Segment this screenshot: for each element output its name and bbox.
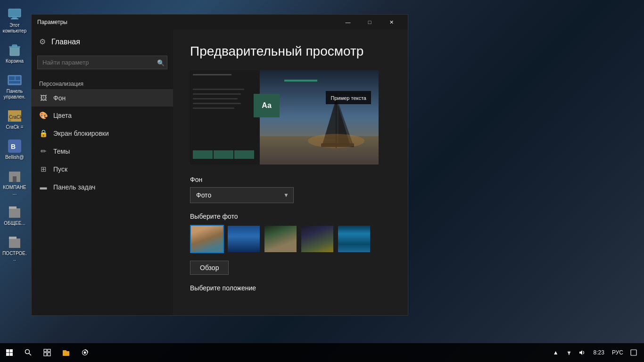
settings-taskbar-button[interactable] [75,343,94,362]
sidebar: ⚙ Главная 🔍 Персонализация 🖼 Фон 🎨 Цвета [32,30,173,315]
explorer-icon [62,349,70,356]
preview-line-2 [193,89,244,90]
sidebar-item-start-label: Пуск [53,165,67,173]
svg-rect-39 [63,350,66,352]
svg-rect-44 [631,350,636,355]
vk-icon: B [7,139,22,154]
svg-rect-18 [9,206,17,209]
sidebar-item-lock-screen[interactable]: 🔒 Экран блокировки [32,124,173,142]
start-button[interactable] [0,343,19,362]
svg-rect-35 [48,349,50,352]
thumb-img-3 [264,226,297,252]
svg-rect-31 [10,353,13,356]
desktop-icon-shared[interactable]: ОБЩЕЕ... [0,203,29,228]
preview-line-6 [193,107,234,109]
sidebar-item-themes-label: Темы [53,148,70,155]
settings-window: Параметры — □ ✕ ⚙ Главная 🔍 Персонализац… [31,14,408,316]
volume-icon[interactable] [577,343,588,362]
sidebar-item-start[interactable]: ⊞ Пуск [32,160,173,178]
svg-rect-7 [9,76,15,80]
desktop-icon-build[interactable]: ПОСТРОЕ... [0,233,29,264]
search-taskbar-button[interactable] [19,343,38,362]
page-title: Предварительный просмотр [190,44,391,59]
maximize-button[interactable]: □ [359,15,380,30]
svg-rect-28 [6,349,9,353]
sidebar-item-background-label: Фон [53,94,66,102]
taskbar-search-icon [25,349,32,356]
taskbar-icon: ▬ [39,183,48,191]
svg-rect-0 [8,9,21,17]
task-view-button[interactable] [38,343,57,362]
company-label: КОМПАНЕ... [2,185,27,196]
control-panel-icon [7,73,22,88]
sidebar-home[interactable]: ⚙ Главная [32,33,173,54]
desktop-icon-recycle[interactable]: Корзина [0,41,29,66]
desktop-icon-crack[interactable]: CraCk = CraCk = [0,107,29,132]
task-view-icon [43,349,51,356]
notification-button[interactable] [627,343,640,362]
thumb-img-1 [191,226,223,252]
desktop-icon-control-panel[interactable]: Панельуправлен. [0,71,29,102]
background-icon: 🖼 [39,94,48,102]
desktop-icon-company[interactable]: КОМПАНЕ... [0,167,29,198]
taskbar-language[interactable]: РУС [610,349,625,356]
sidebar-item-themes[interactable]: ✏ Темы [32,142,173,160]
taskbar-clock[interactable]: 8:23 [590,349,608,356]
taskbar: ▲ 8:23 РУС [0,343,644,362]
svg-line-33 [29,354,32,356]
network-wifi-icon [566,349,572,356]
sidebar-item-colors[interactable]: 🎨 Цвета [32,107,173,124]
minimize-button[interactable]: — [337,15,359,30]
svg-rect-30 [6,353,9,356]
browse-button[interactable]: Обзор [190,261,229,275]
window-controls: — □ ✕ [337,15,402,30]
photo-thumb-2[interactable] [227,225,261,253]
preview-line-1 [193,74,231,75]
photo-thumb-4[interactable] [300,225,334,253]
window-title: Параметры [37,19,67,25]
window-body: ⚙ Главная 🔍 Персонализация 🖼 Фон 🎨 Цвета [32,30,408,315]
systray-arrow[interactable]: ▲ [550,343,561,362]
svg-rect-5 [12,45,17,47]
background-select[interactable]: Фото Сплошной цвет Слайд-шоу [190,187,294,203]
start-icon: ⊞ [39,165,48,173]
vk-label: Bellish@ [5,155,24,160]
desktop-icon-computer[interactable]: Этоткомпьютер [0,5,29,36]
crack-label: CraCk = [6,124,24,130]
photo-thumb-3[interactable] [264,225,297,253]
desktop-icon-vk[interactable]: B Bellish@ [0,137,29,162]
svg-text:=: = [9,118,11,123]
preview-spacer [193,77,257,87]
preview-sidebar-mock [190,70,260,113]
photo-thumb-5[interactable] [337,225,371,253]
svg-rect-19 [9,239,20,248]
svg-rect-29 [10,349,13,353]
preview-area: Аа Пример текста [190,70,379,165]
sidebar-item-taskbar[interactable]: ▬ Панель задач [32,178,173,196]
desktop: Этоткомпьютер Корзина Пан [0,0,644,362]
background-label: Фон [190,176,391,183]
thumb-img-4 [301,226,333,252]
recycle-bin-icon [7,42,22,58]
explorer-taskbar-button[interactable] [57,343,75,362]
search-icon[interactable]: 🔍 [157,59,165,66]
photo-thumb-1[interactable] [190,225,224,253]
svg-rect-17 [9,208,20,218]
window-titlebar: Параметры — □ ✕ [32,15,408,30]
svg-rect-2 [11,18,18,19]
main-content: Предварительный просмотр [173,30,408,315]
lock-screen-icon: 🔒 [39,129,48,138]
search-input[interactable] [37,56,167,69]
sidebar-home-label: Главная [51,38,80,46]
network-icon[interactable] [563,343,575,362]
build-label: ПОСТРОЕ... [2,251,27,262]
taskbar-left [0,343,94,362]
thumb-img-5 [338,226,370,252]
close-button[interactable]: ✕ [380,15,402,30]
settings-gear-icon [81,349,89,356]
preview-line-3 [193,93,241,95]
sidebar-item-background[interactable]: 🖼 Фон [32,89,173,107]
preview-text-overlay: Пример текста [326,91,371,104]
svg-point-42 [569,354,570,355]
position-label: Выберите положение [190,284,391,292]
